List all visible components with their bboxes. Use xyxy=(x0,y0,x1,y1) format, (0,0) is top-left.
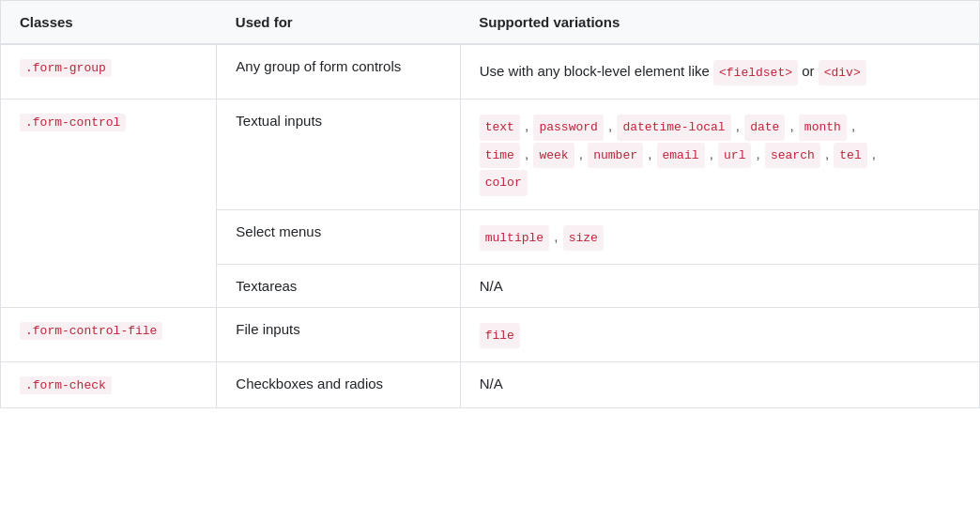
sep: , xyxy=(644,146,651,161)
cell-used-for-textareas: Textareas xyxy=(217,264,460,307)
code-div: <div> xyxy=(819,60,866,85)
sep: , xyxy=(868,146,876,161)
table-header-row: Classes Used for Supported variations xyxy=(1,1,979,44)
sep: , xyxy=(848,117,855,133)
sep: , xyxy=(550,228,558,244)
main-table-container: Classes Used for Supported variations .f… xyxy=(0,0,980,408)
sep: , xyxy=(786,117,793,133)
table-row-form-control: .form-control Textual inputs text , pass… xyxy=(1,100,979,209)
select-menus-label: Select menus xyxy=(236,223,321,239)
code-text: text xyxy=(480,115,520,140)
code-color: color xyxy=(480,170,528,195)
code-week: week xyxy=(533,143,574,168)
textareas-label: Textareas xyxy=(236,278,297,294)
col-header-used-for: Used for xyxy=(217,1,460,44)
textual-inputs-label: Textual inputs xyxy=(236,113,322,129)
cell-class-form-control: .form-control xyxy=(1,100,217,308)
code-file: file xyxy=(480,323,520,348)
sep: , xyxy=(605,117,612,133)
cell-textareas-na: N/A xyxy=(460,264,978,307)
code-multiple: multiple xyxy=(480,225,549,251)
textareas-na: N/A xyxy=(480,278,503,294)
sep: , xyxy=(752,146,759,161)
sep: , xyxy=(706,146,713,161)
cell-textual-codes: text , password , datetime-local , date … xyxy=(460,100,978,209)
cell-supported: Use with any block-level element like <f… xyxy=(460,44,978,100)
table-row: .form-group Any group of form controls U… xyxy=(1,44,979,100)
code-time: time xyxy=(480,143,520,168)
used-for-text: Any group of form controls xyxy=(236,58,401,74)
code-datetime-local: datetime-local xyxy=(617,115,730,140)
cell-class: .form-group xyxy=(1,44,217,100)
cell-checkboxes-na: N/A xyxy=(460,362,978,408)
table-row-form-control-file: .form-control-file File inputs file xyxy=(1,307,979,361)
class-badge-form-control: .form-control xyxy=(20,114,126,131)
code-tel: tel xyxy=(834,143,866,168)
code-search: search xyxy=(765,143,820,168)
col-header-supported: Supported variations xyxy=(460,1,978,44)
class-badge-form-check: .form-check xyxy=(20,376,112,394)
table-row-form-check: .form-check Checkboxes and radios N/A xyxy=(1,362,979,408)
checkboxes-radios-label: Checkboxes and radios xyxy=(236,376,383,391)
code-url: url xyxy=(718,143,751,168)
cell-used-for-checkboxes: Checkboxes and radios xyxy=(217,362,460,408)
code-number: number xyxy=(588,143,643,168)
sep: , xyxy=(732,117,740,133)
cell-class-form-control-file: .form-control-file xyxy=(1,307,217,361)
sep: , xyxy=(521,117,528,133)
sep: , xyxy=(521,146,528,161)
code-size: size xyxy=(563,225,604,251)
code-month: month xyxy=(799,115,847,140)
cell-select-codes: multiple , size xyxy=(460,209,978,264)
cell-used-for: Any group of form controls xyxy=(217,44,460,100)
cell-file-codes: file xyxy=(460,307,978,361)
code-date: date xyxy=(744,115,785,140)
checkboxes-na: N/A xyxy=(480,376,503,391)
col-header-classes: Classes xyxy=(1,1,217,44)
code-fieldset: <fieldset> xyxy=(713,60,798,85)
class-badge-form-control-file: .form-control-file xyxy=(20,322,162,340)
description-prefix: Use with any block-level element like xyxy=(480,63,713,79)
code-password: password xyxy=(533,115,603,140)
cell-used-for-select: Select menus xyxy=(217,209,460,264)
sep: , xyxy=(575,146,583,161)
code-email: email xyxy=(657,143,705,168)
classes-table: Classes Used for Supported variations .f… xyxy=(1,1,979,407)
cell-used-for-file: File inputs xyxy=(217,307,460,361)
file-inputs-label: File inputs xyxy=(236,321,299,337)
cell-class-form-check: .form-check xyxy=(1,362,217,408)
cell-used-for-textual: Textual inputs xyxy=(217,100,460,209)
description-sep: or xyxy=(798,63,819,79)
sep: , xyxy=(821,146,829,161)
class-badge-form-group: .form-group xyxy=(20,59,112,77)
